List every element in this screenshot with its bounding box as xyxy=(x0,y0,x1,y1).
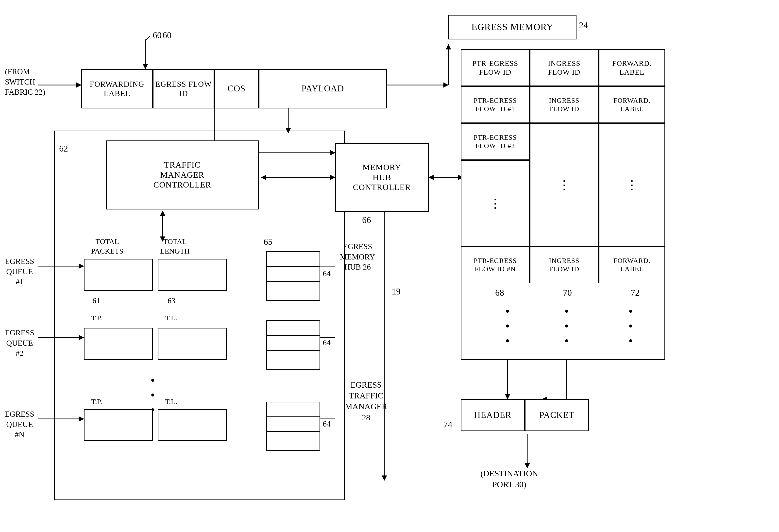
svg-marker-26 xyxy=(382,476,387,480)
egress-flow-id-box: EGRESS FLOW ID xyxy=(153,69,214,108)
svg-line-3 xyxy=(145,36,150,41)
ref-74: 74 xyxy=(443,419,452,430)
queueN-tp-label: T.P. xyxy=(91,397,102,406)
ptr-egress-row2: PTR-EGRESSFLOW ID #2 xyxy=(461,123,530,160)
ref-66: 66 xyxy=(362,215,371,226)
egress-memory-hub-label: EGRESSMEMORYHUB 26 xyxy=(340,241,375,272)
egress-traffic-manager-label: EGRESSTRAFFICMANAGER28 xyxy=(345,379,387,423)
egress-queue-2-label: EGRESSQUEUE#2 xyxy=(5,328,34,359)
ref-24: 24 xyxy=(579,20,588,31)
ptr-egress-dots: ⋮ xyxy=(461,160,530,246)
forward-label-header: FORWARD.LABEL xyxy=(599,49,665,86)
svg-marker-28 xyxy=(505,394,510,399)
ingress-flow-header: INGRESSFLOW ID xyxy=(530,49,599,86)
ref-64a: 64 xyxy=(323,269,331,279)
ingress-flow-row1: INGRESSFLOW ID xyxy=(530,86,599,123)
queue2-tl-label: T.L. xyxy=(165,313,177,322)
cos-box: COS xyxy=(214,69,259,108)
queueN-tp-box xyxy=(84,409,153,441)
total-packets-label: TOTALPACKETS xyxy=(91,237,123,256)
ref-60: 60 xyxy=(163,29,172,41)
forwarding-label-box: FORWARDING LABEL xyxy=(81,69,153,108)
queueN-tl-box xyxy=(158,409,227,441)
queue2-tp-box xyxy=(84,328,153,360)
svg-marker-5 xyxy=(76,82,81,87)
egress-queue-n-label: EGRESSQUEUE#N xyxy=(5,409,34,440)
queue2-tl-box xyxy=(158,328,227,360)
queue2-stack-box xyxy=(266,320,320,370)
ref-72: 72 xyxy=(631,287,640,299)
svg-marker-11 xyxy=(446,44,451,49)
ptr-egress-header: PTR-EGRESSFLOW ID xyxy=(461,49,530,86)
ref-64b: 64 xyxy=(323,338,331,348)
queue1-stack-box xyxy=(266,251,320,301)
queue1-tp-box xyxy=(84,259,153,291)
queue1-tl-box xyxy=(158,259,227,291)
svg-marker-9 xyxy=(443,82,448,87)
queueN-stack-box xyxy=(266,402,320,451)
svg-marker-23 xyxy=(429,175,434,180)
ref-64c: 64 xyxy=(323,419,331,429)
ref-65: 65 xyxy=(263,236,273,248)
from-switch-label: (FROMSWITCHFABRIC 22) xyxy=(5,66,45,97)
ref-68: 68 xyxy=(495,287,504,299)
egress-memory-box: EGRESS MEMORY xyxy=(448,15,577,40)
ptr-egress-rowN: PTR-EGRESSFLOW ID #N xyxy=(461,246,530,283)
forward-label-dots: ⋮ xyxy=(599,123,665,246)
ref-19: 19 xyxy=(392,286,401,297)
ref-61: 61 xyxy=(93,296,100,306)
ref-62: 62 xyxy=(59,143,68,155)
svg-marker-1 xyxy=(143,64,148,69)
svg-marker-33 xyxy=(525,463,530,468)
traffic-manager-controller-box: TRAFFICMANAGERCONTROLLER xyxy=(106,140,259,210)
memory-hub-controller-box: MEMORYHUBCONTROLLER xyxy=(335,143,429,212)
ref-63: 63 xyxy=(168,296,175,306)
forward-label-row1: FORWARD.LABEL xyxy=(599,86,665,123)
header-box: HEADER xyxy=(461,399,525,431)
total-length-label: TOTALLENGTH xyxy=(160,237,190,256)
payload-box: PAYLOAD xyxy=(259,69,387,108)
egress-queue-1-label: EGRESSQUEUE#1 xyxy=(5,256,34,287)
ptr-egress-row1: PTR-EGRESSFLOW ID #1 xyxy=(461,86,530,123)
svg-text:60: 60 xyxy=(153,30,162,40)
ingress-flow-rowN: INGRESSFLOW ID xyxy=(530,246,599,283)
ref-70: 70 xyxy=(563,287,572,299)
queueN-tl-label: T.L. xyxy=(165,397,177,406)
ingress-flow-dots: ⋮ xyxy=(530,123,599,246)
queue2-tp-label: T.P. xyxy=(91,313,102,322)
forward-label-rowN: FORWARD.LABEL xyxy=(599,246,665,283)
destination-port-label: (DESTINATIONPORT 30) xyxy=(480,468,538,490)
packet-box: PACKET xyxy=(525,399,589,431)
